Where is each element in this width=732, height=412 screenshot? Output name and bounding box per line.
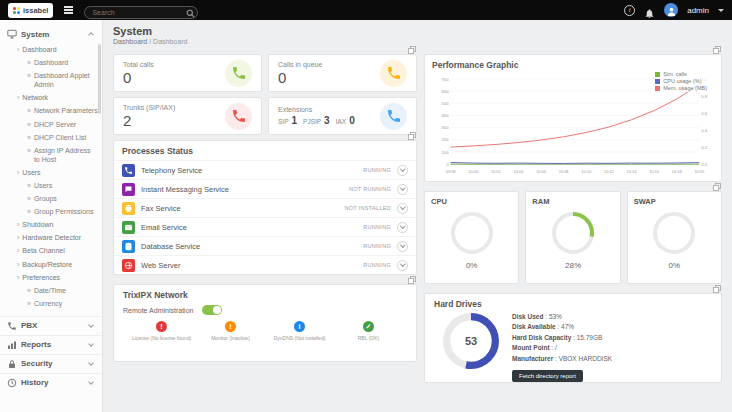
chevron-down-icon[interactable] (397, 203, 408, 214)
sidebar-item-users-group[interactable]: ›Users (0, 167, 102, 180)
gauge-percent: 0% (466, 261, 478, 270)
sidebar-item-dashboard-group[interactable]: ›Dashboard (0, 44, 102, 57)
sidebar-item-users[interactable]: »Users (0, 180, 102, 193)
legend-swatch (655, 72, 660, 77)
stat-card-total-calls: Total calls 0 (113, 54, 262, 92)
performance-graphic-card: Performance Graphic Sim. calls CPU usage… (424, 54, 722, 182)
processes-status-card: Processes Status Telephony Service RUNNI… (113, 140, 417, 275)
svg-text:10:20: 10:20 (694, 169, 705, 174)
brand-text: issabel (23, 6, 48, 15)
sidebar-item-preferences[interactable]: ›Preferences (0, 272, 102, 285)
sidebar-item-pbx[interactable]: PBX (0, 316, 102, 335)
sidebar-scrollbar[interactable] (98, 44, 101, 114)
trixipx-network-title: TrixIPX Network (123, 290, 407, 300)
swap-gauge (650, 209, 698, 257)
chevron-up-icon (88, 32, 94, 38)
expand-widget-icon[interactable] (408, 46, 416, 54)
fetch-directory-report-button[interactable]: Fetch directory report (512, 370, 583, 382)
sidebar-item-reports[interactable]: Reports (0, 335, 102, 354)
stat-label: Trunks (SIP/IAX) (123, 104, 175, 111)
expand-widget-icon[interactable] (408, 132, 416, 140)
expand-widget-icon[interactable] (408, 276, 416, 284)
user-avatar[interactable] (664, 3, 678, 17)
main-content: System Dashboard / Dashboard Total calls… (103, 20, 732, 412)
chevron-down-icon[interactable] (397, 165, 408, 176)
phone-icon (380, 60, 407, 87)
sidebar-item-group-permissions[interactable]: »Group Permissions (0, 206, 102, 219)
lock-icon (7, 359, 17, 369)
rbl-status-icon: ✓ (363, 321, 374, 332)
sidebar-item-system[interactable]: System (0, 25, 102, 43)
remote-administration-label: Remote Administration (123, 307, 193, 314)
monitor-indicator: ! Monitor (Inactive) (199, 321, 263, 341)
desktop-icon (7, 29, 17, 39)
swap-gauge-card: SWAP 0% (627, 191, 722, 284)
disk-usage-gauge: 53 (442, 312, 500, 370)
status-badge: RUNNING (363, 167, 391, 173)
breadcrumb-parent[interactable]: Dashboard (113, 38, 147, 45)
chevron-down-icon[interactable] (397, 222, 408, 233)
dyndns-status-icon: i (294, 321, 305, 332)
search-input[interactable] (84, 6, 198, 19)
chevron-down-icon[interactable] (397, 184, 408, 195)
chevron-down-icon[interactable] (397, 260, 408, 271)
stat-value: 0 (123, 70, 154, 85)
sidebar-item-security[interactable]: Security (0, 354, 102, 373)
sidebar-item-shutdown[interactable]: ›Shutdown (0, 219, 102, 232)
hamburger-menu-icon[interactable] (62, 4, 75, 15)
sidebar-item-history[interactable]: History (0, 373, 102, 392)
stat-value: 2 (123, 113, 175, 128)
svg-text:10:16: 10:16 (649, 169, 659, 174)
sidebar-item-currency[interactable]: »Currency (0, 298, 102, 311)
sidebar-item-backup-restore[interactable]: ›Backup/Restore (0, 258, 102, 271)
sidebar-item-dhcp-client-list[interactable]: »DHCP Client List (0, 132, 102, 145)
sidebar-item-hardware-detector[interactable]: ›Hardware Detector (0, 232, 102, 245)
svg-text:10:02: 10:02 (491, 169, 501, 174)
chevron-down-icon[interactable] (397, 241, 408, 252)
ram-gauge (549, 209, 597, 257)
sidebar-item-beta-channel[interactable]: ›Beta Channel (0, 245, 102, 258)
stat-card-extensions: Extensions SIP1 PJSIP3 IAX0 (268, 97, 417, 135)
cpu-gauge-card: CPU 0% (424, 191, 519, 284)
legend-swatch (655, 86, 660, 91)
page-title: System (113, 25, 722, 37)
dyndns-indicator: i DynDNS (Not installed) (268, 321, 332, 341)
sidebar-item-date-time[interactable]: »Date/Time (0, 285, 102, 298)
disk-usage-value: 53 (442, 312, 500, 370)
info-icon[interactable]: i (624, 5, 635, 16)
breadcrumb: Dashboard / Dashboard (113, 38, 722, 45)
svg-text:10:08: 10:08 (559, 169, 569, 174)
sidebar-item-network[interactable]: ›Network (0, 92, 102, 105)
svg-text:09:58: 09:58 (446, 169, 456, 174)
processes-status-title: Processes Status (114, 141, 416, 160)
chevron-down-icon (88, 322, 94, 328)
sidebar-item-dashboard-applet-admin[interactable]: »Dashboard Applet Admin (0, 70, 102, 92)
sidebar-item-dhcp-server[interactable]: »DHCP Server (0, 118, 102, 131)
sidebar-item-groups[interactable]: »Groups (0, 193, 102, 206)
chevron-down-icon[interactable] (718, 9, 724, 12)
username[interactable]: admin (687, 6, 709, 15)
expand-widget-icon[interactable] (713, 46, 721, 54)
sidebar-item-network-parameters[interactable]: »Network Parameters (0, 105, 102, 118)
svg-text:10:18: 10:18 (672, 169, 682, 174)
svg-text:700: 700 (441, 77, 449, 82)
svg-text:10:04: 10:04 (514, 169, 525, 174)
sidebar-item-assign-ip-address-to-host[interactable]: »Assign IP Address to Host (0, 145, 102, 167)
expand-widget-icon[interactable] (713, 285, 721, 293)
svg-text:0.4: 0.4 (701, 128, 708, 133)
brand-logo[interactable]: issabel (8, 3, 53, 18)
system-menu: ›Dashboard »Dashboard »Dashboard Applet … (0, 43, 102, 316)
svg-text:0: 0 (446, 162, 449, 167)
legend-swatch (655, 79, 660, 84)
expand-widget-icon[interactable] (713, 183, 721, 191)
svg-text:600: 600 (441, 89, 449, 94)
notifications-bell-icon[interactable] (644, 5, 655, 16)
svg-text:400: 400 (441, 113, 449, 118)
stat-card-calls-in-queue: Calls in queue 0 (268, 54, 417, 92)
search-box (84, 1, 198, 19)
search-icon[interactable] (186, 4, 195, 13)
globe-icon (122, 259, 135, 272)
remote-administration-toggle[interactable] (202, 305, 222, 315)
svg-text:10:00: 10:00 (468, 169, 479, 174)
sidebar-item-dashboard[interactable]: »Dashboard (0, 57, 102, 70)
